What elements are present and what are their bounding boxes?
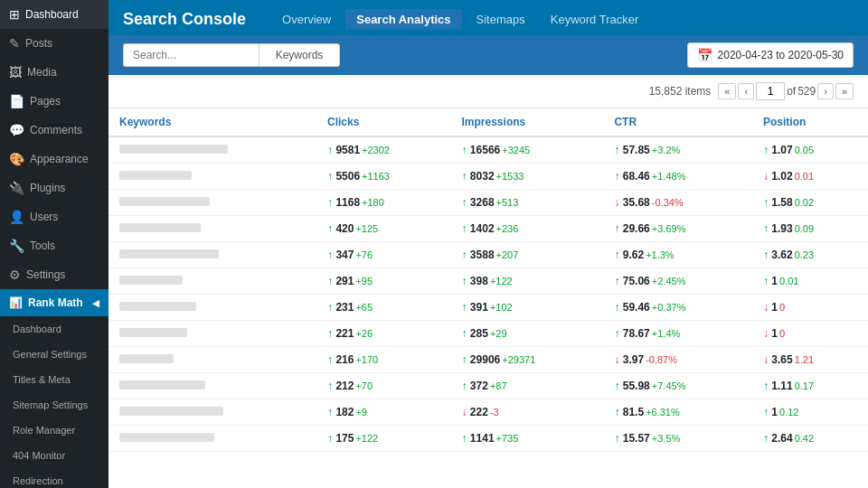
keyword-bar: [119, 145, 228, 154]
sidebar-item-comments[interactable]: 💬 Comments: [0, 116, 108, 145]
nav-overview[interactable]: Overview: [271, 9, 342, 30]
cell-impressions: 29906+29371: [451, 347, 604, 373]
position-arrow: [763, 327, 769, 340]
clicks-delta: +9: [355, 407, 367, 418]
sidebar-item-plugins[interactable]: 🔌 Plugins: [0, 174, 108, 202]
sidebar-item-users[interactable]: 👤 Users: [0, 202, 108, 231]
ctr-delta: +6.31%: [646, 407, 680, 418]
ctr-delta: +2.45%: [652, 276, 686, 286]
clicks-delta: +70: [355, 380, 373, 391]
data-table: Keywords Clicks Impressions CTR Position…: [108, 108, 868, 452]
impressions-arrow: [462, 170, 467, 183]
search-dropdown[interactable]: Keywords: [259, 43, 340, 67]
col-header-clicks[interactable]: Clicks: [316, 108, 450, 136]
impressions-delta: +1533: [496, 171, 524, 182]
cell-keywords: [108, 295, 316, 321]
clicks-arrow: [327, 170, 333, 183]
ctr-arrow: [614, 406, 619, 418]
cell-ctr: 29.66+3.69%: [603, 216, 752, 242]
page-number-input[interactable]: [756, 82, 785, 100]
ctr-arrow: [614, 380, 619, 392]
sidebar-item-tools[interactable]: 🔧 Tools: [0, 231, 108, 260]
sidebar-item-rm-role[interactable]: Role Manager: [0, 418, 108, 443]
sidebar-item-pages[interactable]: 📄 Pages: [0, 87, 108, 116]
rm-role-label: Role Manager: [13, 425, 75, 436]
impressions-main: 3268: [470, 196, 495, 209]
clicks-delta: +95: [355, 276, 373, 286]
ctr-main: 78.67: [623, 327, 650, 340]
impressions-main: 8032: [470, 170, 495, 183]
keyword-bar: [119, 380, 205, 389]
table-row: 420+125 1402+236 29.66+3.69% 1.930.09: [108, 216, 868, 242]
sidebar-item-rm-dashboard[interactable]: Dashboard: [0, 316, 108, 342]
sidebar-item-posts[interactable]: ✎ Posts: [0, 29, 108, 58]
position-delta: 0.01: [779, 276, 798, 286]
sidebar-item-rm-general[interactable]: General Settings: [0, 342, 108, 367]
position-main: 1.93: [771, 222, 792, 235]
position-arrow: [763, 170, 769, 183]
sidebar-item-rm-redirections[interactable]: Redirection: [0, 468, 108, 488]
table-area: 15,852 items « ‹ of 529 › » Keywords Cli…: [108, 75, 868, 488]
table-row: 221+26 285+29 78.67+1.4% 10: [108, 321, 868, 347]
sidebar-item-rm-sitemap[interactable]: Sitemap Settings: [0, 392, 108, 418]
position-main: 1: [771, 406, 778, 418]
cell-impressions: 398+122: [451, 268, 604, 295]
cell-position: 3.651.21: [752, 347, 868, 373]
sidebar-item-appearance[interactable]: 🎨 Appearance: [0, 145, 108, 174]
position-delta: 0.02: [795, 197, 814, 208]
impressions-arrow: [462, 432, 467, 445]
position-main: 1.02: [771, 170, 792, 183]
keyword-bar: [119, 433, 214, 442]
sidebar-item-dashboard[interactable]: ⊞ Dashboard: [0, 0, 108, 29]
date-picker[interactable]: 📅 2020-04-23 to 2020-05-30: [687, 42, 854, 68]
sidebar-item-media[interactable]: 🖼 Media: [0, 58, 108, 87]
cell-clicks: 347+76: [316, 242, 450, 268]
last-page-button[interactable]: »: [835, 83, 854, 99]
cell-impressions: 222-3: [451, 399, 604, 426]
impressions-delta: +735: [496, 433, 519, 444]
position-delta: 0.17: [795, 380, 814, 391]
ctr-main: 68.46: [623, 170, 650, 183]
header-title-row: Search Console Overview Search Analytics…: [123, 9, 854, 35]
ctr-delta: +3.69%: [652, 223, 686, 234]
col-header-keywords[interactable]: Keywords: [108, 108, 316, 136]
search-input[interactable]: [123, 43, 259, 67]
cell-keywords: [108, 190, 316, 216]
impressions-arrow: [462, 275, 467, 287]
impressions-arrow: [462, 327, 467, 340]
cell-impressions: 3588+207: [451, 242, 604, 268]
col-header-impressions[interactable]: Impressions: [451, 108, 604, 136]
rankmath-chevron-icon: ◀: [92, 298, 99, 308]
sidebar-item-rm-titles[interactable]: Titles & Meta: [0, 367, 108, 392]
impressions-delta: +236: [496, 223, 519, 234]
nav-keyword-tracker[interactable]: Keyword Tracker: [540, 9, 650, 30]
impressions-delta: +29: [490, 328, 507, 339]
clicks-arrow: [327, 222, 333, 235]
impressions-main: 1402: [470, 222, 495, 235]
impressions-arrow: [462, 406, 467, 418]
prev-page-button[interactable]: ‹: [738, 83, 754, 99]
sidebar-item-settings[interactable]: ⚙ Settings: [0, 260, 108, 289]
clicks-delta: +170: [355, 354, 378, 365]
col-header-position[interactable]: Position: [752, 108, 868, 136]
table-row: 231+65 391+102 59.46+0.37% 10: [108, 295, 868, 321]
clicks-delta: +76: [355, 249, 373, 260]
first-page-button[interactable]: «: [718, 83, 736, 99]
position-arrow: [763, 301, 769, 314]
col-header-ctr[interactable]: CTR: [603, 108, 752, 136]
next-page-button[interactable]: ›: [817, 83, 834, 99]
impressions-arrow: [462, 222, 467, 235]
cell-ctr: 55.98+7.45%: [603, 373, 752, 399]
clicks-main: 1168: [335, 196, 360, 209]
impressions-arrow: [462, 353, 467, 366]
nav-search-analytics[interactable]: Search Analytics: [345, 9, 461, 30]
sidebar-label-posts: Posts: [25, 37, 52, 50]
ctr-main: 81.5: [623, 406, 644, 418]
ctr-delta: -0.87%: [646, 354, 677, 365]
position-main: 3.62: [771, 249, 792, 261]
nav-sitemaps[interactable]: Sitemaps: [466, 9, 536, 30]
clicks-arrow: [327, 249, 333, 261]
clicks-arrow: [327, 275, 333, 287]
sidebar-item-rm-404[interactable]: 404 Monitor: [0, 443, 108, 468]
sidebar-item-rankmath[interactable]: 📊 Rank Math ◀: [0, 289, 108, 316]
